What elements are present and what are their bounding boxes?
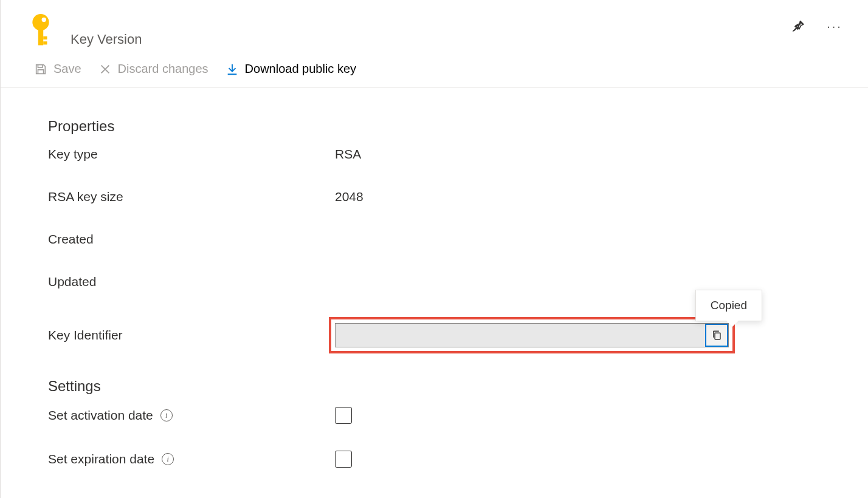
expiration-date-text: Set expiration date [48, 452, 154, 466]
copied-tooltip: Copied [695, 290, 762, 321]
activation-date-text: Set activation date [48, 408, 153, 423]
discard-label: Discard changes [118, 62, 208, 76]
discard-button[interactable]: Discard changes [98, 60, 208, 78]
created-row: Created [48, 232, 868, 247]
save-label: Save [53, 62, 81, 76]
rsa-key-size-label: RSA key size [48, 189, 335, 204]
updated-label: Updated [48, 275, 335, 289]
svg-rect-4 [43, 41, 47, 44]
save-button[interactable]: Save [34, 60, 81, 78]
copy-button[interactable] [705, 324, 728, 347]
pin-button[interactable] [789, 17, 807, 35]
toolbar: Save Discard changes Download public key [1, 53, 868, 87]
expiration-date-row: Set expiration date i [48, 451, 868, 468]
activation-date-checkbox[interactable] [335, 407, 352, 424]
download-public-key-button[interactable]: Download public key [226, 60, 356, 78]
key-type-label: Key type [48, 147, 335, 162]
rsa-key-size-value: 2048 [335, 189, 363, 204]
properties-heading: Properties [48, 118, 868, 135]
info-icon[interactable]: i [160, 409, 173, 421]
expiration-date-checkbox[interactable] [335, 451, 352, 468]
key-identifier-label: Key Identifier [48, 328, 329, 343]
pin-icon [791, 19, 805, 33]
header-actions: ··· [789, 12, 850, 35]
more-button[interactable]: ··· [825, 17, 844, 35]
key-identifier-field: Copied [335, 323, 729, 347]
key-identifier-highlight: Copied [329, 317, 735, 353]
key-type-value: RSA [335, 147, 361, 162]
info-icon[interactable]: i [162, 453, 174, 465]
copy-icon [711, 329, 722, 341]
content: Properties Key type RSA RSA key size 204… [1, 87, 868, 468]
download-icon [226, 63, 239, 76]
expiration-date-label: Set expiration date i [48, 452, 335, 466]
save-icon [34, 63, 47, 76]
ellipsis-icon: ··· [827, 19, 842, 33]
svg-point-1 [42, 18, 46, 22]
key-identifier-row: Key Identifier Copied [48, 317, 868, 353]
key-icon [28, 13, 53, 45]
activation-date-label: Set activation date i [48, 408, 335, 423]
created-label: Created [48, 232, 335, 247]
properties-section: Properties Key type RSA RSA key size 204… [48, 118, 868, 353]
updated-row: Updated [48, 275, 868, 289]
svg-rect-2 [38, 29, 43, 45]
activation-date-row: Set activation date i [48, 407, 868, 424]
key-type-row: Key type RSA [48, 147, 868, 162]
download-label: Download public key [245, 62, 356, 76]
key-identifier-input[interactable] [336, 324, 705, 347]
close-icon [98, 63, 112, 76]
header: Key Version ··· [1, 0, 868, 53]
settings-section: Settings Set activation date i Set expir… [48, 378, 868, 468]
svg-rect-5 [715, 333, 720, 339]
svg-point-0 [32, 14, 49, 30]
rsa-key-size-row: RSA key size 2048 [48, 189, 868, 204]
page-title: Key Version [71, 12, 142, 47]
settings-heading: Settings [48, 378, 868, 395]
svg-rect-3 [43, 36, 47, 39]
header-left: Key Version [28, 12, 142, 47]
